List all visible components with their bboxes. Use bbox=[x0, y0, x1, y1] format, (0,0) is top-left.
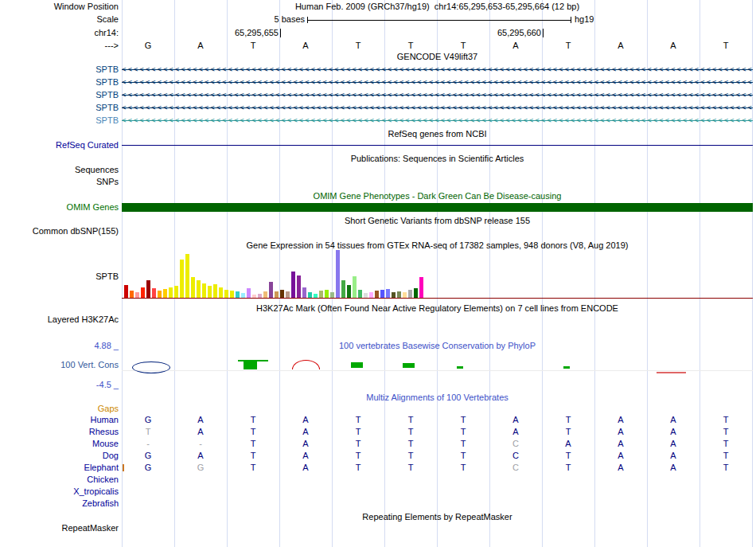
track-label-gaps[interactable]: Gaps bbox=[0, 404, 119, 414]
gtex-tissue-bar[interactable] bbox=[263, 291, 267, 298]
scale-bases-text: 5 bases bbox=[223, 14, 305, 25]
gtex-tissue-bar[interactable] bbox=[386, 289, 390, 298]
track-label-sptb-3[interactable]: SPTB bbox=[0, 90, 119, 100]
gtex-tissue-bar[interactable] bbox=[191, 277, 195, 298]
sptb-transcript-2[interactable]: <<<<<<<<<<<<<<<<<<<<<<<<<<<<<<<<<<<<<<<<… bbox=[122, 77, 753, 88]
gtex-tissue-bar[interactable] bbox=[180, 260, 184, 298]
gtex-tissue-bar[interactable] bbox=[341, 280, 345, 298]
base-cell: T bbox=[699, 415, 752, 425]
sptb-transcript-3[interactable]: <<<<<<<<<<<<<<<<<<<<<<<<<<<<<<<<<<<<<<<<… bbox=[122, 90, 753, 100]
phylop-conservation-plot[interactable] bbox=[122, 354, 753, 380]
track-label-refseq-curated[interactable]: RefSeq Curated bbox=[0, 140, 119, 150]
track-label-gtex-sptb[interactable]: SPTB bbox=[0, 272, 119, 282]
sptb-transcript-1[interactable]: <<<<<<<<<<<<<<<<<<<<<<<<<<<<<<<<<<<<<<<<… bbox=[122, 64, 753, 75]
species-label-chicken[interactable]: Chicken bbox=[0, 475, 119, 485]
gtex-tissue-bar[interactable] bbox=[146, 280, 150, 298]
gtex-tissue-bar[interactable] bbox=[236, 291, 240, 298]
gtex-tissue-bar[interactable] bbox=[330, 292, 334, 298]
gtex-tissue-bar[interactable] bbox=[403, 292, 407, 298]
track-label-100-vert-cons[interactable]: 100 Vert. Cons bbox=[0, 360, 119, 370]
base-cell: T bbox=[437, 427, 489, 437]
gtex-tissue-bar[interactable] bbox=[308, 292, 312, 298]
sptb-transcript-4[interactable]: <<<<<<<<<<<<<<<<<<<<<<<<<<<<<<<<<<<<<<<<… bbox=[122, 103, 753, 113]
species-label-rhesus[interactable]: Rhesus bbox=[0, 427, 119, 437]
gtex-tissue-bar[interactable] bbox=[130, 291, 134, 298]
gtex-tissue-bar[interactable] bbox=[392, 292, 396, 298]
track-label-layered-h3k27ac[interactable]: Layered H3K27Ac bbox=[0, 315, 119, 325]
gtex-tissue-bar[interactable] bbox=[286, 291, 290, 298]
track-label-common-dbsnp[interactable]: Common dbSNP(155) bbox=[0, 226, 119, 236]
gtex-tissue-bar[interactable] bbox=[174, 286, 178, 298]
base-cell: C bbox=[489, 463, 542, 473]
base-cell: A bbox=[279, 451, 332, 461]
sptb-transcript-5[interactable]: <<<<<<<<<<<<<<<<<<<<<<<<<<<<<<<<<<<<<<<<… bbox=[122, 115, 753, 126]
gtex-tissue-bar[interactable] bbox=[208, 286, 212, 298]
gtex-tissue-bar[interactable] bbox=[302, 287, 306, 298]
omim-gene-bar[interactable] bbox=[122, 203, 753, 212]
gtex-tissue-bar[interactable] bbox=[291, 272, 295, 298]
gtex-tissue-bar[interactable] bbox=[347, 285, 351, 298]
base-cell: T bbox=[384, 439, 437, 449]
gtex-tissue-bar[interactable] bbox=[152, 288, 156, 298]
species-label-elephant[interactable]: Elephant bbox=[0, 463, 119, 473]
alignment-row-rhesus: TATATTTATAAT bbox=[122, 427, 753, 437]
track-label-omim-genes[interactable]: OMIM Genes bbox=[0, 202, 119, 213]
gtex-tissue-bar[interactable] bbox=[297, 275, 301, 298]
gtex-tissue-bar[interactable] bbox=[414, 288, 418, 298]
track-label-sptb-2[interactable]: SPTB bbox=[0, 77, 119, 88]
gtex-tissue-bar[interactable] bbox=[219, 287, 223, 298]
base-cell: T bbox=[542, 427, 594, 437]
gtex-tissue-bar[interactable] bbox=[369, 292, 373, 298]
gtex-tissue-bar[interactable] bbox=[275, 291, 279, 298]
gtex-tissue-bar[interactable] bbox=[169, 287, 173, 298]
track-label-repeatmasker[interactable]: RepeatMasker bbox=[0, 523, 119, 533]
gtex-tissue-bar[interactable] bbox=[135, 292, 139, 298]
gtex-tissue-bar[interactable] bbox=[202, 283, 206, 298]
alignment-row-chicken bbox=[122, 475, 753, 485]
alignment-row-dog: GATATTTCTAAT bbox=[122, 451, 753, 461]
gtex-tissue-bar[interactable] bbox=[358, 290, 362, 298]
gtex-tissue-bar[interactable] bbox=[336, 250, 340, 298]
track-label-sptb-5[interactable]: SPTB bbox=[0, 115, 119, 126]
gtex-tissue-bar[interactable] bbox=[380, 290, 384, 298]
base-cell: A bbox=[174, 41, 227, 51]
gtex-tissue-bar[interactable] bbox=[375, 291, 379, 298]
gtex-tissue-bar[interactable] bbox=[230, 291, 234, 298]
gtex-tissue-bar[interactable] bbox=[353, 276, 357, 298]
species-label-x-tropicalis[interactable]: X_tropicalis bbox=[0, 486, 119, 497]
gtex-tissue-bar[interactable] bbox=[185, 254, 189, 298]
gtex-tissue-bar[interactable] bbox=[280, 290, 284, 298]
species-label-zebrafish[interactable]: Zebrafish bbox=[0, 498, 119, 509]
gtex-tissue-bar[interactable] bbox=[269, 282, 273, 298]
conservation-mark-rarc bbox=[292, 360, 320, 369]
species-label-mouse[interactable]: Mouse bbox=[0, 439, 119, 449]
track-label-sptb-1[interactable]: SPTB bbox=[0, 64, 119, 75]
species-label-human[interactable]: Human bbox=[0, 415, 119, 425]
gtex-tissue-bar[interactable] bbox=[124, 285, 128, 298]
refseq-gene-line[interactable] bbox=[122, 145, 753, 146]
gtex-tissue-bar[interactable] bbox=[213, 284, 217, 298]
base-cell: G bbox=[122, 415, 174, 425]
base-cell: T bbox=[437, 415, 489, 425]
gtex-tissue-bar[interactable] bbox=[197, 280, 201, 298]
gtex-tissue-bar[interactable] bbox=[141, 287, 145, 298]
dbsnp-track-title: Short Genetic Variants from dbSNP releas… bbox=[122, 216, 753, 226]
gtex-tissue-bar[interactable] bbox=[325, 290, 329, 298]
gtex-tissue-bar[interactable] bbox=[158, 291, 162, 298]
coord-left-label: 65,295,655 bbox=[199, 28, 279, 38]
species-label-dog[interactable]: Dog bbox=[0, 451, 119, 461]
strand-label: ---> bbox=[0, 41, 119, 51]
track-label-sptb-4[interactable]: SPTB bbox=[0, 103, 119, 113]
base-cell: - bbox=[174, 439, 227, 449]
track-label-sequences[interactable]: Sequences bbox=[0, 165, 119, 175]
base-cell: T bbox=[384, 463, 437, 473]
gtex-tissue-bar[interactable] bbox=[419, 277, 423, 298]
gtex-tissue-bar[interactable] bbox=[224, 290, 228, 298]
gtex-tissue-bar[interactable] bbox=[247, 288, 251, 298]
track-label-snps[interactable]: SNPs bbox=[0, 177, 119, 187]
gtex-tissue-bar[interactable] bbox=[397, 291, 401, 298]
gtex-expression-chart[interactable] bbox=[122, 250, 753, 298]
gtex-tissue-bar[interactable] bbox=[408, 290, 412, 298]
gtex-tissue-bar[interactable] bbox=[319, 291, 323, 298]
gtex-tissue-bar[interactable] bbox=[163, 289, 167, 298]
